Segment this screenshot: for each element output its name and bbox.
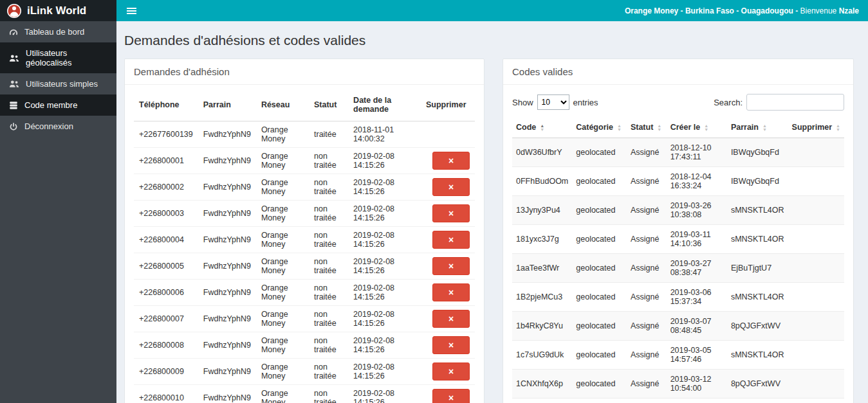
cell-categorie: geolocated: [572, 341, 627, 370]
cell-reseau: Orange Money: [256, 148, 309, 174]
cell-categorie: geolocated: [572, 196, 627, 225]
cell-supprimer: ×: [421, 280, 475, 306]
delete-button[interactable]: ×: [432, 178, 470, 196]
delete-button[interactable]: ×: [432, 389, 470, 403]
sidebar-item-utilisateurs-simples[interactable]: Utilisateurs simples: [0, 73, 116, 94]
cell-supprimer: ×: [421, 359, 475, 385]
cell-parrain: EjBuTjgtU7: [727, 254, 788, 283]
column-header-parrain[interactable]: Parrain▲▼: [727, 117, 788, 138]
table-row: 1c7sUG9dUk geolocated Assigné 2019-03-05…: [512, 341, 844, 370]
cell-supprimer: ×: [421, 201, 475, 227]
cell-parrain: sMNSKTL4OR: [727, 341, 788, 370]
column-header-creer-le[interactable]: Créer le▲▼: [667, 117, 727, 138]
cell-supprimer: [421, 121, 475, 148]
column-header-telephone: Téléphone: [134, 89, 198, 121]
page-length-select[interactable]: 10: [537, 94, 569, 110]
cell-parrain: FwdhzYphN9: [198, 306, 256, 332]
column-header-reseau: Réseau: [256, 89, 309, 121]
cell-telephone: +226800009: [134, 359, 198, 385]
delete-button[interactable]: ×: [432, 204, 470, 222]
column-header-categorie[interactable]: Catégorie▲▼: [572, 117, 627, 138]
column-header-statut[interactable]: Statut▲▼: [627, 117, 667, 138]
cell-statut: non traitée: [309, 174, 348, 201]
close-icon: ×: [448, 261, 454, 271]
cell-creer-le: 2018-12-10 17:43:11: [667, 138, 727, 167]
close-icon: ×: [448, 235, 454, 245]
cell-parrain: FwdhzYphN9: [198, 385, 256, 403]
cell-reseau: Orange Money: [256, 306, 309, 332]
sidebar-item-deconnexion[interactable]: Déconnexion: [0, 116, 116, 137]
cell-code: 1c7sUG9dUk: [512, 341, 572, 370]
navbar: Orange Money - Burkina Faso - Ouagadougo…: [116, 0, 868, 21]
demandes-table: Téléphone Parrain Réseau Statut Date de …: [134, 89, 475, 403]
table-row: +226800008 FwdhzYphN9 Orange Money non t…: [134, 332, 475, 359]
dashboard-icon: [9, 28, 18, 37]
cell-reseau: Orange Money: [256, 332, 309, 359]
cell-reseau: Orange Money: [256, 201, 309, 227]
hamburger-icon[interactable]: [125, 4, 138, 18]
cell-parrain: 8pQJGFxtWV: [727, 370, 788, 399]
sidebar-item-label: Déconnexion: [24, 121, 73, 131]
sidebar-item-label: Utilisateurs géolocalisés: [26, 48, 107, 67]
table-row: +226800001 FwdhzYphN9 Orange Money non t…: [134, 148, 475, 174]
cell-statut: Assigné: [627, 370, 667, 399]
cell-code: 1b4RkyC8Yu: [512, 312, 572, 341]
delete-button[interactable]: ×: [432, 231, 470, 249]
delete-button[interactable]: ×: [432, 336, 470, 354]
page-title: Demandes d'adhésions et codes valides: [124, 33, 854, 48]
cell-parrain: FwdhzYphN9: [198, 148, 256, 174]
cell-creer-le: 2019-03-11 14:10:36: [667, 225, 727, 254]
cell-reseau: Orange Money: [256, 121, 309, 148]
cell-supprimer: [788, 254, 844, 283]
cell-code: 0dW36UfbrY: [512, 138, 572, 167]
cell-statut: non traitée: [309, 227, 348, 253]
cell-creer-le: 2019-03-12 10:54:00: [667, 370, 727, 399]
cell-code: 1aaTee3fWr: [512, 254, 572, 283]
delete-button[interactable]: ×: [432, 257, 470, 275]
cell-categorie: geolocated: [572, 167, 627, 196]
column-header-code[interactable]: Code▲▼: [512, 117, 572, 138]
cell-code: 181yxc3J7g: [512, 225, 572, 254]
cell-telephone: +226800006: [134, 280, 198, 306]
sidebar: Tableau de bord Utilisateurs géolocalisé…: [0, 21, 116, 403]
cell-parrain: FwdhzYphN9: [198, 121, 256, 148]
cell-statut: traitée: [309, 121, 348, 148]
sidebar-item-label: Utilisateurs simples: [26, 79, 98, 89]
delete-button[interactable]: ×: [432, 283, 470, 301]
delete-button[interactable]: ×: [432, 152, 470, 170]
cell-parrain: FwdhzYphN9: [198, 201, 256, 227]
sidebar-item-utilisateurs-geolocalises[interactable]: Utilisateurs géolocalisés: [0, 42, 116, 73]
table-header-row: Code▲▼ Catégorie▲▼ Statut▲▼ Créer le▲▼ P…: [512, 117, 844, 138]
column-header-date: Date de la demande: [348, 89, 421, 121]
table-row: +226800010 FwdhzYphN9 Orange Money non t…: [134, 385, 475, 403]
column-header-supprimer[interactable]: Supprimer▲▼: [788, 117, 844, 138]
cell-telephone: +226800001: [134, 148, 198, 174]
cell-categorie: geolocated: [572, 254, 627, 283]
cell-date: 2019-02-08 14:15:26: [348, 148, 421, 174]
column-header-statut: Statut: [309, 89, 348, 121]
sidebar-item-code-membre[interactable]: Code membre: [0, 94, 116, 116]
close-icon: ×: [448, 287, 454, 298]
cell-reseau: Orange Money: [256, 385, 309, 403]
cell-supprimer: ×: [421, 306, 475, 332]
username: Nzale: [839, 6, 859, 15]
cell-supprimer: [788, 138, 844, 167]
cell-statut: non traitée: [309, 201, 348, 227]
cell-creer-le: 2019-03-07 08:48:45: [667, 312, 727, 341]
delete-button[interactable]: ×: [432, 363, 470, 381]
cell-date: 2019-02-08 14:15:26: [348, 253, 421, 280]
cell-creer-le: 2019-03-26 10:38:08: [667, 196, 727, 225]
cell-telephone: +226800007: [134, 306, 198, 332]
delete-button[interactable]: ×: [432, 310, 470, 328]
table-row: 13Jyny3Pu4 geolocated Assigné 2019-03-26…: [512, 196, 844, 225]
cell-statut: Assigné: [627, 196, 667, 225]
cell-categorie: geolocated: [572, 283, 627, 312]
close-icon: ×: [448, 393, 454, 403]
cell-date: 2019-02-08 14:15:26: [348, 280, 421, 306]
search-input[interactable]: [746, 94, 844, 111]
sidebar-item-tableau-de-bord[interactable]: Tableau de bord: [0, 21, 116, 42]
cell-creer-le: 2019-03-27 08:38:47: [667, 254, 727, 283]
cell-reseau: Orange Money: [256, 253, 309, 280]
cell-supprimer: [788, 167, 844, 196]
cell-creer-le: 2018-12-04 16:33:24: [667, 167, 727, 196]
